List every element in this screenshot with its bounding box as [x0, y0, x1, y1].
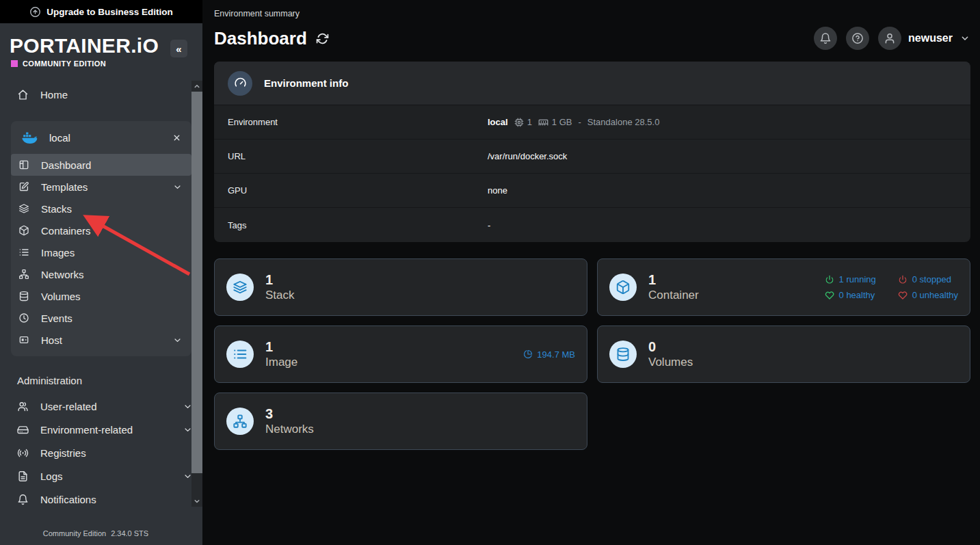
scrollbar-up-button[interactable]: [191, 81, 202, 92]
info-label: Environment: [228, 117, 488, 127]
sidebar-item-label: Logs: [40, 470, 63, 482]
separator: -: [578, 117, 581, 127]
box-icon-circle: [609, 274, 637, 301]
stopped-status[interactable]: 0 stopped: [898, 274, 958, 284]
sidebar-item-notifications[interactable]: Notifications: [0, 488, 202, 511]
container-count: 1: [648, 272, 699, 288]
sidebar-item-label: Stacks: [41, 203, 72, 215]
info-row-gpu: GPU none: [214, 174, 970, 208]
url-value: /var/run/docker.sock: [488, 151, 567, 161]
footer-version: 2.34.0 STS: [111, 529, 148, 537]
healthy-status[interactable]: 0 healthy: [825, 290, 876, 300]
sidebar-item-host[interactable]: Host: [11, 329, 191, 351]
main-content: Environment summary Dashboard newuser: [202, 0, 980, 545]
sidebar-footer: Community Edition2.34.0 STS: [0, 529, 191, 537]
ram-amount: 1 GB: [552, 117, 572, 127]
sidebar-item-label: Containers: [41, 225, 91, 237]
refresh-icon[interactable]: [316, 32, 329, 45]
sidebar-item-label: Events: [41, 313, 72, 324]
sidebar-item-stacks[interactable]: Stacks: [11, 198, 191, 220]
database-icon: [18, 291, 29, 302]
sidebar-item-label: Networks: [41, 269, 84, 280]
unhealthy-label: 0 unhealthy: [912, 290, 958, 300]
sidebar-item-label: User-related: [40, 401, 97, 412]
container-card[interactable]: 1 Container 1 running 0 stopped 0 health…: [597, 258, 970, 316]
home-icon: [17, 89, 29, 101]
sidebar-item-home[interactable]: Home: [0, 83, 202, 106]
volumes-count: 0: [648, 339, 693, 355]
layers-icon-circle: [226, 274, 254, 301]
healthy-label: 0 healthy: [839, 290, 875, 300]
notifications-button[interactable]: [814, 27, 837, 50]
sidebar-item-dashboard[interactable]: Dashboard: [11, 154, 191, 176]
upgrade-banner-label: Upgrade to Business Edition: [47, 7, 173, 17]
container-label: Container: [648, 289, 699, 302]
stack-count: 1: [265, 272, 295, 288]
sidebar-item-label: Volumes: [41, 291, 81, 302]
list-icon: [18, 247, 29, 258]
bell-icon: [819, 32, 832, 44]
sidebar-item-images[interactable]: Images: [11, 241, 191, 263]
panel-title: Environment info: [264, 77, 348, 89]
sidebar-item-templates[interactable]: Templates: [11, 176, 191, 198]
database-icon-circle: [609, 341, 637, 368]
scrollbar-down-button[interactable]: [191, 496, 202, 507]
avatar: [878, 27, 901, 50]
pie-chart-icon: [523, 349, 533, 359]
info-row-url: URL /var/run/docker.sock: [214, 139, 970, 174]
sidebar-item-user-related[interactable]: User-related: [0, 395, 202, 418]
networks-label: Networks: [265, 423, 314, 436]
administration-section-label: Administration: [17, 375, 202, 386]
bell-icon: [17, 494, 29, 505]
cpu-count: 1: [527, 117, 532, 127]
network-icon-circle: [226, 408, 254, 435]
sidebar-item-label: Registries: [40, 447, 86, 459]
sidebar-item-environment-related[interactable]: Environment-related: [0, 418, 202, 441]
sidebar: PORTAINER.iO « COMMUNITY EDITION Home lo…: [0, 23, 202, 545]
sidebar-collapse-button[interactable]: «: [170, 40, 187, 57]
chevron-up-icon: [193, 82, 201, 90]
portainer-logo: PORTAINER.iO: [10, 34, 159, 57]
info-row-tags: Tags -: [214, 208, 970, 242]
clock-icon: [18, 313, 29, 323]
list-icon-circle: [226, 341, 254, 368]
chevron-down-icon: [959, 33, 970, 44]
cpu-icon: [514, 118, 524, 127]
volumes-card[interactable]: 0 Volumes: [597, 325, 970, 383]
sidebar-item-registries[interactable]: Registries: [0, 441, 202, 464]
sidebar-item-networks[interactable]: Networks: [11, 263, 191, 285]
image-card[interactable]: 1 Image 194.7 MB: [214, 325, 587, 383]
user-menu[interactable]: newuser: [878, 27, 970, 50]
help-button[interactable]: [846, 27, 869, 50]
box-icon: [18, 225, 29, 236]
sidebar-item-volumes[interactable]: Volumes: [11, 285, 191, 307]
edition-square-icon: [11, 60, 18, 67]
platform-version: Standalone 28.5.0: [587, 117, 660, 127]
environment-section: local Dashboard Templates Stacks Contain…: [11, 121, 191, 356]
gpu-value: none: [488, 185, 507, 196]
network-icon: [18, 269, 29, 280]
image-count: 1: [265, 339, 297, 355]
running-status[interactable]: 1 running: [825, 274, 876, 284]
sidebar-item-events[interactable]: Events: [11, 307, 191, 329]
heart-icon: [825, 291, 834, 300]
networks-card[interactable]: 3 Networks: [214, 393, 587, 450]
upgrade-banner[interactable]: Upgrade to Business Edition: [0, 0, 202, 23]
dashboard-icon: [18, 159, 29, 170]
tags-value: -: [488, 220, 490, 230]
scrollbar-thumb[interactable]: [191, 92, 202, 473]
file-text-icon: [17, 470, 29, 482]
network-icon: [233, 414, 248, 429]
breadcrumb: Environment summary: [214, 0, 970, 18]
gauge-icon: [234, 77, 247, 90]
user-icon: [884, 32, 896, 44]
environment-header[interactable]: local: [11, 121, 191, 154]
sidebar-scrollbar[interactable]: [191, 81, 202, 507]
close-icon[interactable]: [172, 133, 181, 142]
arrow-up-circle-icon: [29, 6, 41, 18]
sidebar-item-logs[interactable]: Logs: [0, 464, 202, 488]
unhealthy-status[interactable]: 0 unhealthy: [898, 290, 958, 300]
chevron-down-icon: [172, 182, 183, 192]
sidebar-item-containers[interactable]: Containers: [11, 220, 191, 241]
stack-card[interactable]: 1 Stack: [214, 258, 587, 316]
